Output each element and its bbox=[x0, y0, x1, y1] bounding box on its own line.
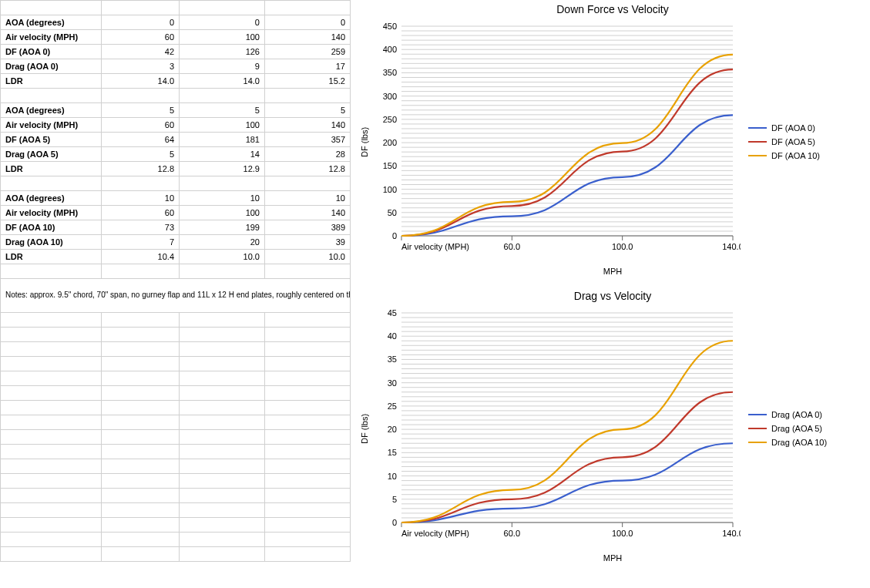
cell[interactable] bbox=[264, 357, 350, 371]
cell[interactable]: 14.0 bbox=[102, 74, 180, 89]
cell[interactable] bbox=[180, 489, 265, 503]
cell[interactable]: 10.0 bbox=[264, 250, 350, 264]
cell[interactable] bbox=[180, 474, 265, 489]
cell[interactable] bbox=[264, 328, 350, 342]
cell[interactable] bbox=[102, 313, 180, 328]
cell[interactable] bbox=[180, 1, 265, 15]
cell[interactable]: Air velocity (MPH) bbox=[1, 118, 102, 133]
cell[interactable] bbox=[1, 547, 102, 562]
cell[interactable]: 10.0 bbox=[180, 250, 265, 264]
cell[interactable]: 12.9 bbox=[180, 162, 265, 176]
cell[interactable] bbox=[102, 264, 180, 279]
cell[interactable] bbox=[102, 489, 180, 503]
cell[interactable] bbox=[180, 371, 265, 386]
cell[interactable] bbox=[1, 328, 102, 342]
cell[interactable] bbox=[1, 518, 102, 533]
cell[interactable]: Drag (AOA 0) bbox=[1, 59, 102, 74]
cell[interactable] bbox=[102, 533, 180, 547]
cell[interactable] bbox=[264, 89, 350, 103]
cell[interactable] bbox=[102, 430, 180, 445]
spreadsheet-table[interactable]: AOA (degrees)000Air velocity (MPH)601001… bbox=[0, 0, 351, 562]
cell[interactable] bbox=[1, 342, 102, 357]
cell[interactable]: Air velocity (MPH) bbox=[1, 30, 102, 45]
cell[interactable]: LDR bbox=[1, 250, 102, 264]
cell[interactable] bbox=[102, 415, 180, 430]
cell[interactable] bbox=[1, 176, 102, 191]
cell[interactable] bbox=[180, 176, 265, 191]
cell[interactable] bbox=[102, 547, 180, 562]
cell[interactable] bbox=[102, 89, 180, 103]
cell[interactable]: 14.0 bbox=[180, 74, 265, 89]
cell[interactable]: 7 bbox=[102, 235, 180, 250]
cell[interactable]: 140 bbox=[264, 206, 350, 220]
cell[interactable] bbox=[264, 264, 350, 279]
cell[interactable]: AOA (degrees) bbox=[1, 103, 102, 118]
cell[interactable]: 5 bbox=[180, 103, 265, 118]
cell[interactable] bbox=[180, 518, 265, 533]
cell[interactable] bbox=[180, 459, 265, 474]
cell[interactable]: DF (AOA 5) bbox=[1, 133, 102, 147]
cell[interactable] bbox=[264, 415, 350, 430]
cell[interactable]: Air velocity (MPH) bbox=[1, 206, 102, 220]
cell[interactable] bbox=[1, 445, 102, 459]
cell[interactable] bbox=[264, 386, 350, 401]
cell[interactable] bbox=[1, 533, 102, 547]
cell[interactable]: 259 bbox=[264, 45, 350, 59]
cell[interactable]: 5 bbox=[102, 103, 180, 118]
cell[interactable] bbox=[180, 357, 265, 371]
cell[interactable] bbox=[264, 547, 350, 562]
cell[interactable] bbox=[264, 445, 350, 459]
cell[interactable]: 357 bbox=[264, 133, 350, 147]
cell[interactable] bbox=[180, 415, 265, 430]
cell[interactable] bbox=[180, 89, 265, 103]
cell[interactable]: 10 bbox=[264, 191, 350, 206]
cell[interactable] bbox=[1, 489, 102, 503]
notes-cell[interactable]: Notes: approx. 9.5" chord, 70" span, no … bbox=[1, 279, 351, 313]
cell[interactable] bbox=[264, 474, 350, 489]
cell[interactable]: 10 bbox=[102, 191, 180, 206]
cell[interactable] bbox=[180, 328, 265, 342]
cell[interactable]: 100 bbox=[180, 118, 265, 133]
cell[interactable] bbox=[264, 1, 350, 15]
cell[interactable] bbox=[180, 445, 265, 459]
cell[interactable]: 10.4 bbox=[102, 250, 180, 264]
cell[interactable] bbox=[180, 503, 265, 518]
cell[interactable]: 64 bbox=[102, 133, 180, 147]
cell[interactable] bbox=[264, 459, 350, 474]
cell[interactable]: Drag (AOA 5) bbox=[1, 147, 102, 162]
cell[interactable] bbox=[1, 89, 102, 103]
cell[interactable]: 15.2 bbox=[264, 74, 350, 89]
cell[interactable]: 28 bbox=[264, 147, 350, 162]
cell[interactable]: 389 bbox=[264, 220, 350, 235]
cell[interactable] bbox=[1, 386, 102, 401]
cell[interactable]: 12.8 bbox=[264, 162, 350, 176]
cell[interactable]: 60 bbox=[102, 206, 180, 220]
cell[interactable] bbox=[180, 313, 265, 328]
cell[interactable]: 17 bbox=[264, 59, 350, 74]
cell[interactable]: 181 bbox=[180, 133, 265, 147]
cell[interactable] bbox=[1, 357, 102, 371]
chart-downforce[interactable]: Down Force vs Velocity DF (lbs) 05010015… bbox=[358, 0, 867, 276]
cell[interactable]: 14 bbox=[180, 147, 265, 162]
cell[interactable]: 12.8 bbox=[102, 162, 180, 176]
cell[interactable]: 100 bbox=[180, 30, 265, 45]
cell[interactable]: 60 bbox=[102, 118, 180, 133]
cell[interactable] bbox=[264, 176, 350, 191]
cell[interactable] bbox=[102, 459, 180, 474]
chart-drag[interactable]: Drag vs Velocity DF (lbs) 05101520253035… bbox=[358, 287, 867, 563]
cell[interactable] bbox=[102, 445, 180, 459]
cell[interactable] bbox=[102, 371, 180, 386]
cell[interactable]: 199 bbox=[180, 220, 265, 235]
cell[interactable] bbox=[264, 503, 350, 518]
cell[interactable] bbox=[264, 401, 350, 415]
cell[interactable]: 39 bbox=[264, 235, 350, 250]
cell[interactable] bbox=[1, 1, 102, 15]
cell[interactable]: 5 bbox=[102, 147, 180, 162]
cell[interactable]: DF (AOA 10) bbox=[1, 220, 102, 235]
cell[interactable] bbox=[102, 342, 180, 357]
cell[interactable] bbox=[102, 1, 180, 15]
cell[interactable] bbox=[102, 176, 180, 191]
cell[interactable]: 140 bbox=[264, 118, 350, 133]
cell[interactable] bbox=[1, 459, 102, 474]
cell[interactable] bbox=[180, 533, 265, 547]
